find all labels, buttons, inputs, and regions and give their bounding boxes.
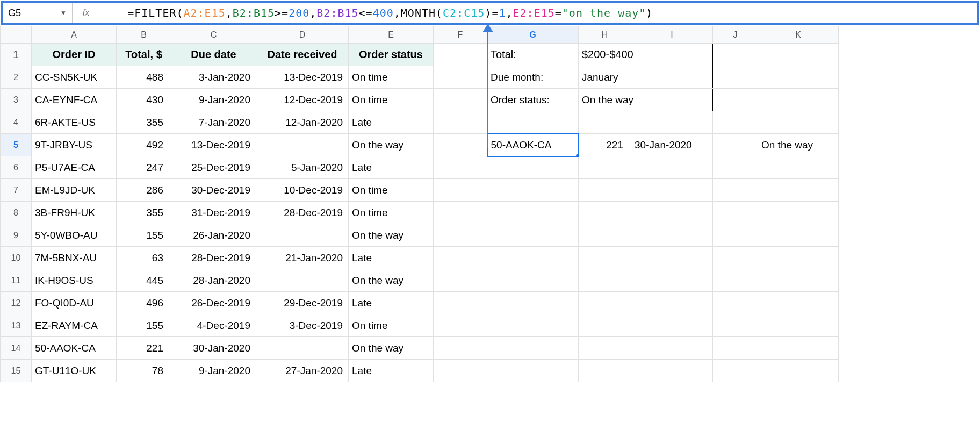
cell[interactable] bbox=[631, 360, 713, 382]
cell[interactable]: 29-Dec-2019 bbox=[256, 292, 349, 314]
cell[interactable]: 355 bbox=[117, 111, 171, 134]
cell[interactable] bbox=[487, 292, 579, 314]
row-header-5[interactable]: 5 bbox=[1, 134, 32, 156]
cell[interactable] bbox=[434, 269, 487, 292]
row-header-12[interactable]: 12 bbox=[1, 292, 32, 314]
criteria-status-label[interactable]: Order status: bbox=[487, 89, 579, 111]
cell[interactable] bbox=[579, 292, 631, 314]
cell[interactable] bbox=[434, 89, 487, 111]
cell[interactable]: 31-Dec-2019 bbox=[171, 202, 256, 224]
cell[interactable] bbox=[758, 44, 839, 66]
criteria-month-value[interactable]: January bbox=[579, 66, 713, 89]
cell[interactable] bbox=[487, 179, 579, 202]
cell[interactable] bbox=[487, 360, 579, 382]
cell[interactable] bbox=[713, 89, 758, 111]
cell[interactable] bbox=[713, 269, 758, 292]
cell[interactable]: Late bbox=[349, 156, 434, 179]
active-cell-G5[interactable]: 50-AAOK-CA bbox=[487, 134, 579, 156]
cell[interactable]: 221 bbox=[117, 337, 171, 360]
header-order-id[interactable]: Order ID bbox=[32, 44, 117, 66]
cell[interactable]: 5Y-0WBO-AU bbox=[32, 224, 117, 247]
row-header-4[interactable]: 4 bbox=[1, 111, 32, 134]
cell[interactable] bbox=[579, 337, 631, 360]
cell[interactable]: 9T-JRBY-US bbox=[32, 134, 117, 156]
cell[interactable] bbox=[487, 156, 579, 179]
criteria-total-label[interactable]: Total: bbox=[487, 44, 579, 66]
cell[interactable]: P5-U7AE-CA bbox=[32, 156, 117, 179]
cell[interactable] bbox=[434, 314, 487, 337]
cell[interactable]: 3B-FR9H-UK bbox=[32, 202, 117, 224]
cell[interactable] bbox=[579, 314, 631, 337]
cell[interactable]: 286 bbox=[117, 179, 171, 202]
cell[interactable]: On the way bbox=[349, 269, 434, 292]
cell[interactable] bbox=[758, 66, 839, 89]
cell[interactable] bbox=[434, 111, 487, 134]
cell[interactable]: Late bbox=[349, 292, 434, 314]
header-order-status[interactable]: Order status bbox=[349, 44, 434, 66]
formula-input[interactable]: =FILTER(A2:E15,B2:B15>=200,B2:B15<=400,M… bbox=[99, 0, 653, 32]
cell[interactable] bbox=[631, 179, 713, 202]
cell[interactable]: Late bbox=[349, 360, 434, 382]
cell[interactable]: 492 bbox=[117, 134, 171, 156]
cell[interactable]: Late bbox=[349, 111, 434, 134]
cell[interactable]: 3-Dec-2019 bbox=[256, 314, 349, 337]
cell[interactable] bbox=[487, 337, 579, 360]
cell[interactable] bbox=[758, 89, 839, 111]
cell[interactable]: 430 bbox=[117, 89, 171, 111]
cell[interactable] bbox=[758, 247, 839, 269]
cell[interactable] bbox=[713, 179, 758, 202]
cell[interactable] bbox=[713, 156, 758, 179]
cell[interactable] bbox=[487, 111, 579, 134]
col-header-K[interactable]: K bbox=[758, 26, 839, 44]
cell[interactable] bbox=[713, 44, 758, 66]
cell[interactable] bbox=[713, 292, 758, 314]
cell[interactable]: 21-Jan-2020 bbox=[256, 247, 349, 269]
select-all-corner[interactable] bbox=[1, 26, 32, 44]
cell[interactable] bbox=[434, 156, 487, 179]
row-header-1[interactable]: 1 bbox=[1, 44, 32, 66]
cell[interactable]: 7M-5BNX-AU bbox=[32, 247, 117, 269]
cell[interactable]: 3-Jan-2020 bbox=[171, 66, 256, 89]
cell[interactable]: EZ-RAYM-CA bbox=[32, 314, 117, 337]
cell[interactable] bbox=[713, 66, 758, 89]
criteria-status-value[interactable]: On the way bbox=[579, 89, 713, 111]
cell[interactable] bbox=[434, 292, 487, 314]
cell[interactable] bbox=[758, 202, 839, 224]
result-H5[interactable]: 221 bbox=[579, 134, 631, 156]
cell[interactable]: 155 bbox=[117, 224, 171, 247]
name-box-dropdown-icon[interactable]: ▼ bbox=[60, 9, 67, 17]
cell[interactable]: EM-L9JD-UK bbox=[32, 179, 117, 202]
cell[interactable]: 7-Jan-2020 bbox=[171, 111, 256, 134]
row-header-11[interactable]: 11 bbox=[1, 269, 32, 292]
cell[interactable] bbox=[631, 314, 713, 337]
criteria-total-value[interactable]: $200-$400 bbox=[579, 44, 713, 66]
cell[interactable] bbox=[758, 337, 839, 360]
cell[interactable] bbox=[713, 337, 758, 360]
row-header-6[interactable]: 6 bbox=[1, 156, 32, 179]
cell[interactable]: CA-EYNF-CA bbox=[32, 89, 117, 111]
row-header-8[interactable]: 8 bbox=[1, 202, 32, 224]
cell[interactable]: On time bbox=[349, 314, 434, 337]
cell[interactable]: 63 bbox=[117, 247, 171, 269]
cell[interactable] bbox=[434, 247, 487, 269]
cell[interactable] bbox=[631, 111, 713, 134]
row-header-9[interactable]: 9 bbox=[1, 224, 32, 247]
cell[interactable] bbox=[434, 134, 487, 156]
cell[interactable] bbox=[579, 224, 631, 247]
cell[interactable]: 355 bbox=[117, 202, 171, 224]
header-date-received[interactable]: Date received bbox=[256, 44, 349, 66]
cell[interactable]: 496 bbox=[117, 292, 171, 314]
row-header-3[interactable]: 3 bbox=[1, 89, 32, 111]
cell[interactable] bbox=[631, 292, 713, 314]
cell[interactable] bbox=[758, 111, 839, 134]
cell[interactable] bbox=[487, 314, 579, 337]
result-I5[interactable]: 30-Jan-2020 bbox=[631, 134, 713, 156]
cell[interactable]: 13-Dec-2019 bbox=[256, 66, 349, 89]
cell[interactable] bbox=[631, 202, 713, 224]
cell[interactable] bbox=[434, 66, 487, 89]
cell[interactable]: 28-Dec-2019 bbox=[171, 247, 256, 269]
cell[interactable] bbox=[758, 269, 839, 292]
cell[interactable] bbox=[434, 360, 487, 382]
cell[interactable] bbox=[631, 224, 713, 247]
cell[interactable]: 10-Dec-2019 bbox=[256, 179, 349, 202]
